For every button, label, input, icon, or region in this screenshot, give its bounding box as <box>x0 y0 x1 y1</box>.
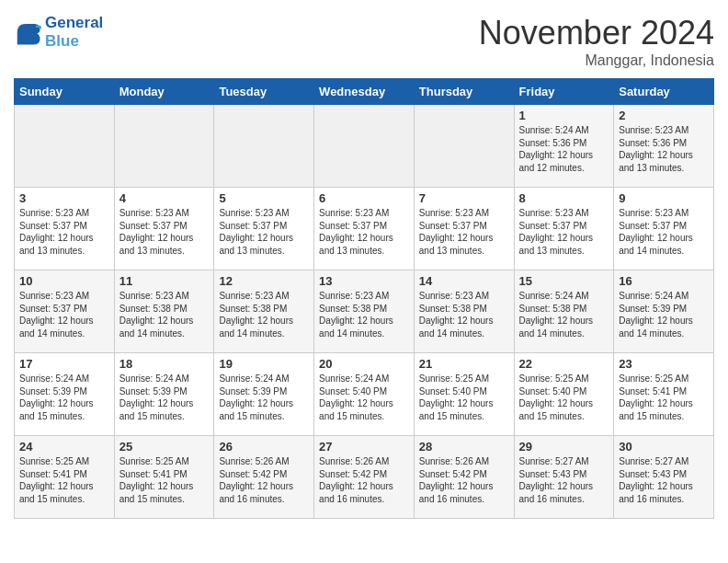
day-info: Sunrise: 5:27 AM Sunset: 5:43 PM Dayligh… <box>519 455 609 505</box>
day-info: Sunrise: 5:24 AM Sunset: 5:39 PM Dayligh… <box>119 373 210 422</box>
calendar-table: SundayMondayTuesdayWednesdayThursdayFrid… <box>14 78 714 519</box>
day-number: 6 <box>319 191 409 205</box>
page-header: General Blue November 2024 Manggar, Indo… <box>14 14 714 69</box>
day-header-wednesday: Wednesday <box>314 79 415 105</box>
day-info: Sunrise: 5:23 AM Sunset: 5:38 PM Dayligh… <box>419 290 509 339</box>
calendar-header-row: SundayMondayTuesdayWednesdayThursdayFrid… <box>15 79 714 105</box>
day-header-thursday: Thursday <box>414 79 514 105</box>
day-info: Sunrise: 5:25 AM Sunset: 5:40 PM Dayligh… <box>519 373 609 422</box>
day-info: Sunrise: 5:26 AM Sunset: 5:42 PM Dayligh… <box>319 455 409 505</box>
day-number: 16 <box>619 274 709 288</box>
day-number: 24 <box>19 440 109 454</box>
day-info: Sunrise: 5:26 AM Sunset: 5:42 PM Dayligh… <box>419 455 509 505</box>
calendar-cell: 29Sunrise: 5:27 AM Sunset: 5:43 PM Dayli… <box>514 436 614 519</box>
calendar-cell <box>114 105 214 188</box>
day-header-friday: Friday <box>514 79 614 105</box>
day-header-saturday: Saturday <box>614 79 714 105</box>
day-header-monday: Monday <box>114 79 214 105</box>
day-number: 30 <box>619 440 709 454</box>
day-info: Sunrise: 5:26 AM Sunset: 5:42 PM Dayligh… <box>219 455 309 505</box>
day-info: Sunrise: 5:27 AM Sunset: 5:43 PM Dayligh… <box>619 455 709 505</box>
calendar-cell: 27Sunrise: 5:26 AM Sunset: 5:42 PM Dayli… <box>314 436 415 519</box>
day-info: Sunrise: 5:23 AM Sunset: 5:38 PM Dayligh… <box>119 290 210 339</box>
day-info: Sunrise: 5:23 AM Sunset: 5:37 PM Dayligh… <box>219 207 309 257</box>
day-number: 25 <box>119 440 210 454</box>
calendar-cell: 18Sunrise: 5:24 AM Sunset: 5:39 PM Dayli… <box>114 353 214 436</box>
day-number: 18 <box>119 357 210 371</box>
day-number: 3 <box>19 191 109 205</box>
calendar-cell: 19Sunrise: 5:24 AM Sunset: 5:39 PM Dayli… <box>214 353 314 436</box>
day-number: 28 <box>419 440 509 454</box>
calendar-cell: 9Sunrise: 5:23 AM Sunset: 5:37 PM Daylig… <box>614 188 714 270</box>
day-info: Sunrise: 5:24 AM Sunset: 5:39 PM Dayligh… <box>619 290 709 339</box>
day-info: Sunrise: 5:23 AM Sunset: 5:37 PM Dayligh… <box>319 207 409 257</box>
calendar-cell: 8Sunrise: 5:23 AM Sunset: 5:37 PM Daylig… <box>514 188 614 270</box>
calendar-cell: 22Sunrise: 5:25 AM Sunset: 5:40 PM Dayli… <box>514 353 614 436</box>
calendar-cell: 20Sunrise: 5:24 AM Sunset: 5:40 PM Dayli… <box>314 353 415 436</box>
day-number: 22 <box>519 357 609 371</box>
day-number: 8 <box>519 191 609 205</box>
day-number: 21 <box>419 357 509 371</box>
calendar-cell <box>15 105 115 188</box>
day-info: Sunrise: 5:23 AM Sunset: 5:37 PM Dayligh… <box>619 207 709 257</box>
calendar-cell: 12Sunrise: 5:23 AM Sunset: 5:38 PM Dayli… <box>214 270 314 353</box>
calendar-cell: 26Sunrise: 5:26 AM Sunset: 5:42 PM Dayli… <box>214 436 314 519</box>
week-row-5: 24Sunrise: 5:25 AM Sunset: 5:41 PM Dayli… <box>15 436 714 519</box>
day-info: Sunrise: 5:25 AM Sunset: 5:41 PM Dayligh… <box>619 373 709 422</box>
day-number: 26 <box>219 440 309 454</box>
day-info: Sunrise: 5:24 AM Sunset: 5:38 PM Dayligh… <box>519 290 609 339</box>
day-info: Sunrise: 5:23 AM Sunset: 5:38 PM Dayligh… <box>319 290 409 339</box>
day-number: 2 <box>619 109 709 122</box>
calendar-cell: 2Sunrise: 5:23 AM Sunset: 5:36 PM Daylig… <box>614 105 714 188</box>
calendar-cell: 1Sunrise: 5:24 AM Sunset: 5:36 PM Daylig… <box>514 105 614 188</box>
calendar-cell: 3Sunrise: 5:23 AM Sunset: 5:37 PM Daylig… <box>15 188 115 270</box>
calendar-cell: 15Sunrise: 5:24 AM Sunset: 5:38 PM Dayli… <box>514 270 614 353</box>
calendar-cell: 28Sunrise: 5:26 AM Sunset: 5:42 PM Dayli… <box>414 436 514 519</box>
day-info: Sunrise: 5:24 AM Sunset: 5:39 PM Dayligh… <box>19 373 109 422</box>
calendar-cell: 10Sunrise: 5:23 AM Sunset: 5:37 PM Dayli… <box>15 270 115 353</box>
day-number: 4 <box>119 191 210 205</box>
day-number: 14 <box>419 274 509 288</box>
day-info: Sunrise: 5:24 AM Sunset: 5:40 PM Dayligh… <box>319 373 409 422</box>
day-info: Sunrise: 5:25 AM Sunset: 5:41 PM Dayligh… <box>19 455 109 505</box>
calendar-cell: 14Sunrise: 5:23 AM Sunset: 5:38 PM Dayli… <box>414 270 514 353</box>
day-info: Sunrise: 5:23 AM Sunset: 5:37 PM Dayligh… <box>119 207 210 257</box>
calendar-cell: 30Sunrise: 5:27 AM Sunset: 5:43 PM Dayli… <box>614 436 714 519</box>
calendar-cell: 25Sunrise: 5:25 AM Sunset: 5:41 PM Dayli… <box>114 436 214 519</box>
day-number: 27 <box>319 440 409 454</box>
calendar-cell <box>314 105 415 188</box>
day-number: 7 <box>419 191 509 205</box>
day-number: 15 <box>519 274 609 288</box>
day-number: 9 <box>619 191 709 205</box>
calendar-cell: 5Sunrise: 5:23 AM Sunset: 5:37 PM Daylig… <box>214 188 314 270</box>
week-row-1: 1Sunrise: 5:24 AM Sunset: 5:36 PM Daylig… <box>15 105 714 188</box>
day-header-tuesday: Tuesday <box>214 79 314 105</box>
calendar-cell <box>414 105 514 188</box>
calendar-cell: 23Sunrise: 5:25 AM Sunset: 5:41 PM Dayli… <box>614 353 714 436</box>
day-number: 17 <box>19 357 109 371</box>
logo: General Blue <box>14 14 103 51</box>
day-info: Sunrise: 5:25 AM Sunset: 5:40 PM Dayligh… <box>419 373 509 422</box>
day-number: 13 <box>319 274 409 288</box>
day-info: Sunrise: 5:23 AM Sunset: 5:37 PM Dayligh… <box>19 207 109 257</box>
calendar-cell: 13Sunrise: 5:23 AM Sunset: 5:38 PM Dayli… <box>314 270 415 353</box>
day-number: 20 <box>319 357 409 371</box>
day-info: Sunrise: 5:24 AM Sunset: 5:39 PM Dayligh… <box>219 373 309 422</box>
day-info: Sunrise: 5:23 AM Sunset: 5:38 PM Dayligh… <box>219 290 309 339</box>
logo-icon <box>14 18 41 46</box>
day-info: Sunrise: 5:25 AM Sunset: 5:41 PM Dayligh… <box>119 455 210 505</box>
day-number: 11 <box>119 274 210 288</box>
day-info: Sunrise: 5:23 AM Sunset: 5:36 PM Dayligh… <box>619 124 709 174</box>
week-row-2: 3Sunrise: 5:23 AM Sunset: 5:37 PM Daylig… <box>15 188 714 270</box>
calendar-cell: 7Sunrise: 5:23 AM Sunset: 5:37 PM Daylig… <box>414 188 514 270</box>
calendar-cell: 6Sunrise: 5:23 AM Sunset: 5:37 PM Daylig… <box>314 188 415 270</box>
day-info: Sunrise: 5:24 AM Sunset: 5:36 PM Dayligh… <box>519 124 609 174</box>
day-number: 29 <box>519 440 609 454</box>
day-number: 5 <box>219 191 309 205</box>
week-row-4: 17Sunrise: 5:24 AM Sunset: 5:39 PM Dayli… <box>15 353 714 436</box>
month-title: November 2024 <box>479 14 714 52</box>
calendar-cell: 24Sunrise: 5:25 AM Sunset: 5:41 PM Dayli… <box>15 436 115 519</box>
day-info: Sunrise: 5:23 AM Sunset: 5:37 PM Dayligh… <box>519 207 609 257</box>
day-number: 19 <box>219 357 309 371</box>
day-number: 10 <box>19 274 109 288</box>
